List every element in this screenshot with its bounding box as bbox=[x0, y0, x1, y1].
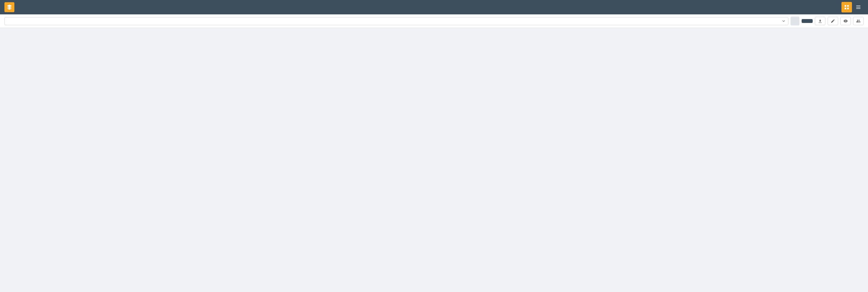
board bbox=[0, 28, 868, 39]
clear-filter-button[interactable] bbox=[790, 17, 799, 26]
view-button[interactable] bbox=[840, 17, 851, 25]
download-button[interactable] bbox=[815, 17, 826, 25]
app-logo bbox=[4, 2, 14, 12]
header bbox=[0, 0, 868, 14]
board-icon bbox=[844, 4, 849, 10]
board-view-button[interactable] bbox=[841, 2, 852, 12]
users-button[interactable] bbox=[853, 17, 864, 25]
svg-rect-1 bbox=[847, 5, 849, 7]
eye-icon bbox=[843, 19, 848, 23]
users-icon bbox=[856, 19, 861, 23]
svg-rect-3 bbox=[847, 8, 849, 9]
edit-icon bbox=[831, 19, 835, 23]
filter-select[interactable] bbox=[4, 17, 788, 25]
list-icon bbox=[856, 4, 861, 10]
download-icon bbox=[818, 19, 823, 23]
toolbar bbox=[0, 14, 868, 28]
add-tier-button[interactable] bbox=[802, 19, 813, 23]
list-view-button[interactable] bbox=[853, 2, 864, 12]
header-actions bbox=[841, 2, 864, 12]
edit-button[interactable] bbox=[828, 17, 838, 25]
svg-rect-0 bbox=[845, 5, 846, 7]
logo-icon bbox=[6, 4, 12, 10]
svg-rect-2 bbox=[845, 8, 846, 9]
